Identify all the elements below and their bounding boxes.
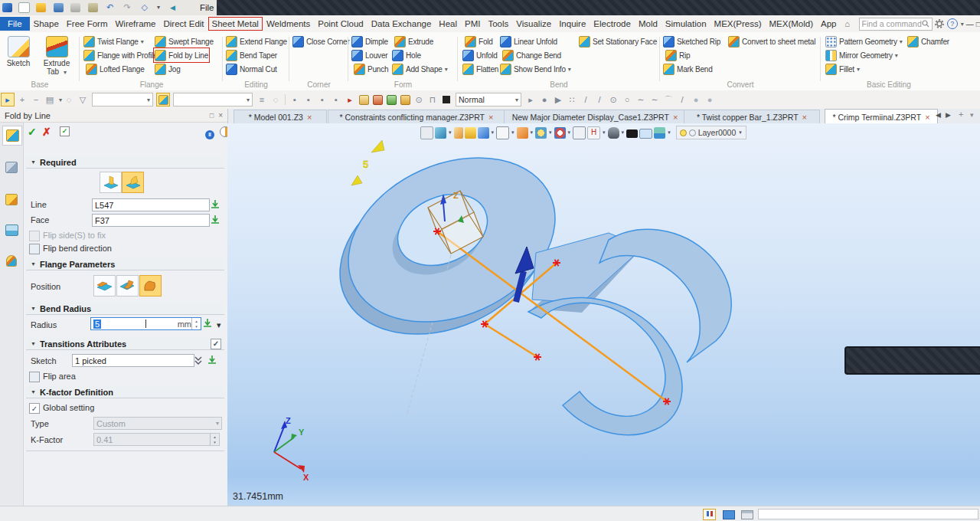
pick-list-dropdown-icon[interactable]: ▾ [59, 97, 62, 103]
face-pick-icon[interactable] [210, 215, 220, 225]
fold-by-line-tool-icon[interactable] [2, 126, 22, 146]
unfold-button[interactable]: Unfold [462, 49, 498, 61]
pattern-geometry-button[interactable]: Pattern Geometry▾ [825, 35, 903, 48]
pin-filter-1-icon[interactable]: ▪ [289, 93, 301, 106]
show-bend-info-button[interactable]: Show Bend Info▾ [500, 63, 571, 75]
section-bend-radius[interactable]: ▼Bend Radius [26, 303, 224, 315]
panel-close-icon[interactable]: × [218, 111, 223, 120]
section-required[interactable]: ▼Required [26, 156, 224, 169]
history-clock-icon[interactable]: ⊙ [413, 93, 425, 106]
constraint-tool-icon[interactable] [2, 158, 21, 176]
fold-option-up-toggle[interactable] [100, 172, 122, 193]
tab-direct-edit[interactable]: Direct Edit [160, 17, 208, 31]
tab-visualize[interactable]: Visualize [512, 17, 555, 31]
tab-scroll-left-icon[interactable]: ◀ [936, 111, 941, 119]
extrude-button[interactable]: Extrude [392, 35, 433, 48]
tab-simulation[interactable]: Simulation [662, 17, 710, 31]
person-tool-icon[interactable] [2, 251, 21, 270]
rip-button[interactable]: Rip [663, 49, 690, 61]
tab-list-icon[interactable]: ▾ [970, 111, 974, 119]
radius-pick-icon[interactable] [202, 318, 213, 329]
spline-tool-icon[interactable]: ∼ [635, 93, 647, 106]
batch-print-icon[interactable] [87, 2, 99, 13]
dimple-button[interactable]: Dimple [351, 35, 388, 48]
save-icon[interactable] [52, 2, 64, 13]
black-swatch-icon[interactable] [440, 93, 452, 106]
tab-mex-press[interactable]: MEX(Press) [710, 17, 766, 31]
tab-heal[interactable]: Heal [435, 17, 461, 31]
normal-cut-button[interactable]: Normal Cut [226, 63, 277, 75]
display-monitor-icon[interactable] [723, 510, 735, 519]
close-tab-icon[interactable]: × [488, 113, 493, 122]
viewport[interactable]: ▾ ▾ ▾ ▾ ▾ ▾ H▾ ▾ ▾ Layer0000 ▾ [227, 123, 980, 506]
tab-data-exchange[interactable]: Data Exchange [368, 17, 436, 31]
hole-button[interactable]: Hole [392, 49, 421, 61]
tab-shape[interactable]: Shape [30, 17, 63, 31]
change-bend-button[interactable]: Change Bend [500, 49, 561, 61]
data-monitor-icon[interactable] [703, 509, 716, 520]
redo-icon[interactable]: ↷ [121, 2, 133, 13]
section-transitions[interactable]: ▼Transitions Attributes ✓ [26, 338, 224, 350]
tab-file[interactable]: File [0, 17, 30, 31]
close-tab-icon[interactable]: × [673, 113, 678, 122]
radius-dropdown-icon[interactable]: ▾ [217, 320, 221, 330]
pick-from-list-icon[interactable]: ▤ [44, 93, 56, 106]
new-tab-icon[interactable]: + [959, 110, 963, 119]
tab-free-form[interactable]: Free Form [63, 17, 112, 31]
position-option-2-toggle[interactable] [116, 275, 139, 297]
pin-filter-4-icon[interactable]: ▪ [330, 93, 342, 106]
fold-option-angle-toggle[interactable] [122, 172, 144, 193]
arc-tool-icon[interactable]: ⌒ [662, 93, 675, 106]
remove-selection-icon[interactable]: − [30, 93, 42, 106]
tab-scroll-right-icon[interactable]: ▶ [946, 111, 951, 119]
flip-area-checkbox[interactable] [29, 372, 40, 382]
part-context-icon[interactable] [156, 93, 170, 106]
panel-dock-icon[interactable]: □ [210, 112, 214, 120]
new-file-icon[interactable] [18, 2, 30, 13]
curve-tool-icon[interactable]: ∼ [648, 93, 661, 106]
pan-hand-icon[interactable]: ● [704, 93, 716, 106]
add-selection-icon[interactable]: + [16, 93, 28, 106]
fold-by-line-button[interactable]: Fold by Line [155, 49, 208, 61]
cursor-pick-icon[interactable]: ▸ [524, 93, 537, 106]
face-input[interactable]: F37 [92, 214, 210, 227]
folder-green-icon[interactable] [385, 93, 397, 106]
lofted-flange-button[interactable]: Lofted Flange [83, 63, 145, 75]
tab-weldments[interactable]: Weldments [263, 17, 314, 31]
pick-mode-icon[interactable]: ▸ [1, 93, 15, 106]
tab-point-cloud[interactable]: Point Cloud [314, 17, 367, 31]
restore-button[interactable]: □ [976, 20, 980, 28]
extrude-tab-button[interactable]: Extrude Tab ▾ [37, 34, 77, 84]
circle-center-tool-icon[interactable]: ⊙ [607, 93, 619, 106]
entity-combo[interactable]: ▾ [173, 93, 253, 106]
folder-gold-icon[interactable] [399, 93, 411, 106]
section-kfactor[interactable]: ▼K-factor Definition [26, 386, 224, 398]
swept-flange-button[interactable]: Swept Flange [155, 35, 214, 48]
play-icon[interactable]: ▶ [552, 93, 564, 106]
twist-flange-button[interactable]: Twist Flange▾ [83, 35, 144, 48]
tab-pmi[interactable]: PMI [461, 17, 484, 31]
tab-app[interactable]: App [817, 17, 840, 31]
home-icon[interactable]: ⌂ [841, 18, 854, 30]
polyline-tool-icon[interactable]: / [593, 93, 606, 106]
jog-button[interactable]: Jog [155, 63, 181, 75]
tab-mold[interactable]: Mold [635, 17, 662, 31]
fold-button[interactable]: Fold [462, 35, 493, 48]
position-option-3-toggle[interactable] [139, 275, 162, 297]
tab-electrode[interactable]: Electrode [590, 17, 635, 31]
transitions-checkbox[interactable]: ✓ [211, 339, 221, 349]
anchor-icon[interactable]: ◌ [270, 93, 282, 106]
doc-tab-constraints-manager[interactable]: * Constraints conflicting manager.Z3PRT× [328, 110, 505, 123]
model-canvas[interactable]: Z 5 Z Y [227, 123, 980, 506]
circle-tool-icon[interactable]: ○ [621, 93, 633, 106]
notes-icon[interactable] [358, 93, 370, 106]
info-icon[interactable]: ‖ [205, 126, 214, 139]
pin-filter-3-icon[interactable]: ▪ [316, 93, 328, 106]
cancel-button[interactable]: ✗ [42, 126, 51, 138]
fillet-button[interactable]: Fillet▾ [825, 63, 860, 75]
confirm-button[interactable]: ✓ [28, 126, 37, 138]
red-pick-icon[interactable]: ▸ [344, 93, 356, 106]
barrel-lower-curl[interactable] [528, 297, 682, 434]
selection-funnel-icon[interactable]: ▽ [77, 93, 89, 106]
folder-red-icon[interactable] [371, 93, 384, 106]
